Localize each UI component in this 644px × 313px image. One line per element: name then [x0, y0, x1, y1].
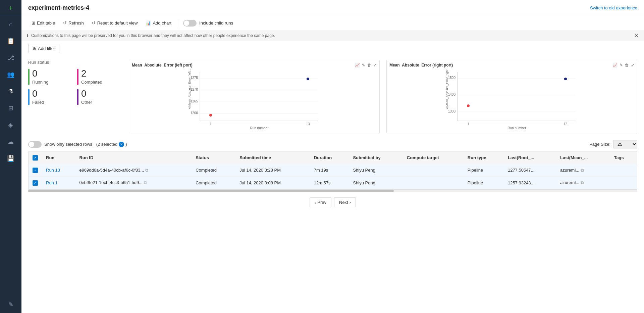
info-banner: ℹ Customizations to this page will be pr…	[21, 30, 644, 41]
prev-button[interactable]: ‹ Prev	[310, 197, 331, 207]
chart1-expand-icon[interactable]: ⤢	[373, 63, 377, 68]
add-chart-button[interactable]: 📊 Add chart	[142, 19, 175, 27]
chart1-edit-icon[interactable]: ✎	[362, 63, 365, 68]
chart2-edit-icon[interactable]: ✎	[620, 63, 623, 68]
show-selected-label: Show only selected rows	[44, 142, 92, 147]
info-banner-message: Customizations to this page will be pres…	[31, 33, 275, 38]
col-submitted-time[interactable]: Submitted time	[235, 151, 310, 164]
svg-text:1275: 1275	[191, 76, 198, 80]
select-all-checkbox[interactable]: ✓	[29, 151, 42, 164]
top-header: experiment-metrics-4 Switch to old exper…	[21, 0, 644, 16]
running-label: Running	[32, 80, 48, 85]
clear-selection-button[interactable]: ✕	[119, 142, 124, 147]
add-filter-button[interactable]: ⊕ Add filter	[28, 44, 59, 53]
page-size-select[interactable]: 10 25 50 100	[613, 140, 637, 148]
run-status-box: Run status 0 Running 2 Completed	[28, 60, 122, 105]
failed-bar	[28, 89, 30, 105]
row1-copy-icon[interactable]: ⧉	[145, 168, 148, 173]
row1-run: Run 13	[42, 164, 75, 177]
col-compute-target[interactable]: Compute target	[403, 151, 464, 164]
svg-text:1400: 1400	[448, 93, 456, 96]
refresh-button[interactable]: ↺ Refresh	[60, 19, 87, 27]
svg-text:1260: 1260	[191, 111, 198, 115]
chart2-expand-icon[interactable]: ⤢	[631, 63, 634, 68]
row2-run: Run 1	[42, 177, 75, 189]
run13-link[interactable]: Run 13	[46, 168, 60, 173]
charts-area: Mean_Absolute_Error (left port) 📈 ✎ 🗑 ⤢ …	[129, 60, 637, 133]
svg-text:1300: 1300	[448, 109, 456, 113]
row2-copy-icon[interactable]: ⧉	[144, 180, 147, 185]
stats-charts-row: Run status 0 Running 2 Completed	[28, 56, 637, 137]
switch-experience-link[interactable]: Switch to old experience	[590, 5, 637, 10]
edit-icon[interactable]: ✎	[0, 296, 21, 313]
failed-status: 0 Failed	[28, 89, 73, 105]
svg-text:1500: 1500	[448, 76, 456, 80]
col-tags[interactable]: Tags	[610, 151, 637, 164]
runs-table: ✓ Run Run ID Status Submitted time Durat…	[29, 151, 637, 189]
chart1-point-run1	[209, 114, 212, 117]
completed-count: 2	[81, 69, 102, 78]
show-selected-toggle[interactable]	[28, 141, 42, 148]
row2-run-id: 0ebf9e21-1ecb-4cc3-b651-5d9...⧉	[75, 177, 192, 189]
chart2-svg: 1500 1400 1300 x(Mean_Absolute_Error (ri…	[389, 69, 634, 129]
horizontal-scrollbar[interactable]	[28, 189, 637, 192]
chart1-delete-icon[interactable]: 🗑	[367, 63, 371, 68]
chart1-linechart-icon[interactable]: 📈	[355, 63, 360, 68]
row2-checkbox[interactable]: ✓	[29, 177, 42, 189]
reset-view-button[interactable]: ↺ Reset to default view	[89, 19, 141, 27]
toggle-row-left: Show only selected rows (2 selected ✕ )	[28, 141, 127, 148]
include-child-runs-toggle[interactable]	[183, 20, 197, 27]
info-icon: ℹ	[27, 33, 29, 38]
row1-duration: 7m 19s	[310, 164, 349, 177]
col-status[interactable]: Status	[192, 151, 235, 164]
col-last-mean[interactable]: Last(Mean_...	[556, 151, 610, 164]
row2-run-type: Pipeline	[464, 177, 504, 189]
row2-copy-mean-icon[interactable]: ⧉	[581, 180, 584, 185]
svg-text:1270: 1270	[191, 88, 198, 91]
col-run[interactable]: Run	[42, 151, 75, 164]
branch-icon[interactable]: ⎇	[0, 49, 21, 66]
col-last-root[interactable]: Last(Root_...	[504, 151, 556, 164]
chart1-actions: 📈 ✎ 🗑 ⤢	[355, 63, 377, 68]
next-button[interactable]: Next ›	[334, 197, 356, 207]
row2-compute-target	[403, 177, 464, 189]
compute-icon[interactable]: ☁	[0, 133, 21, 150]
add-icon[interactable]: +	[0, 0, 21, 17]
row1-copy-mean-icon[interactable]: ⧉	[581, 168, 584, 173]
experiment-icon[interactable]: ⚗	[0, 83, 21, 100]
svg-text:x(Mean_Absolute_Error (left...: x(Mean_Absolute_Error (left...	[188, 69, 191, 109]
row1-compute-target	[403, 164, 464, 177]
page-title: experiment-metrics-4	[28, 4, 89, 11]
failed-label: Failed	[32, 100, 44, 105]
edit-table-button[interactable]: ⊞ Edit table	[28, 19, 58, 27]
svg-text:1: 1	[467, 122, 469, 126]
dashboard-icon[interactable]: ⊞	[0, 100, 21, 117]
svg-text:1265: 1265	[191, 99, 198, 103]
selected-badge: (2 selected ✕ )	[95, 142, 127, 147]
row1-checkbox[interactable]: ✓	[29, 164, 42, 177]
col-duration[interactable]: Duration	[310, 151, 349, 164]
completed-label: Completed	[81, 80, 102, 85]
include-child-runs-label: Include child runs	[199, 20, 233, 26]
chart1-svg: 1275 1270 1265 1260 x(	[132, 69, 377, 129]
people-icon[interactable]: 👥	[0, 66, 21, 83]
run1-link[interactable]: Run 1	[46, 180, 58, 185]
chart2-delete-icon[interactable]: 🗑	[625, 63, 629, 68]
chart2-linechart-icon[interactable]: 📈	[612, 63, 618, 68]
col-submitted-by[interactable]: Submitted by	[349, 151, 402, 164]
page-size-label: Page Size:	[589, 142, 610, 147]
scroll-thumb[interactable]	[28, 190, 394, 192]
status-grid: 0 Running 2 Completed	[28, 69, 122, 105]
close-banner-button[interactable]: ✕	[635, 33, 639, 38]
filter-label: Add filter	[38, 46, 55, 51]
row1-run-id: e969dd6a-5d4a-40cb-af6c-0f83...⧉	[75, 164, 192, 177]
col-run-type[interactable]: Run type	[464, 151, 504, 164]
chart2-point-run13	[564, 78, 567, 80]
table-header-row: ✓ Run Run ID Status Submitted time Durat…	[29, 151, 637, 164]
home-icon[interactable]: ⌂	[0, 16, 21, 33]
data-icon[interactable]: 💾	[0, 150, 21, 167]
notebook-icon[interactable]: 📋	[0, 33, 21, 49]
col-run-id[interactable]: Run ID	[75, 151, 192, 164]
pipeline-icon[interactable]: ◈	[0, 117, 21, 133]
row1-submitted-by: Shiyu Peng	[349, 164, 402, 177]
